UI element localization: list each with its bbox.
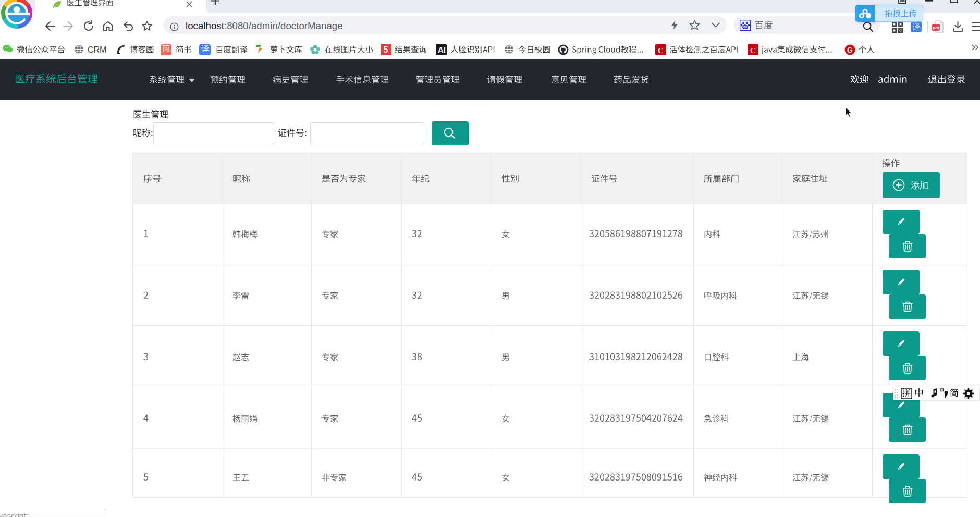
svg-text:pdf: pdf bbox=[933, 26, 939, 30]
svg-text:du: du bbox=[743, 25, 748, 29]
svg-text:C: C bbox=[750, 46, 756, 55]
svg-text:G: G bbox=[847, 46, 853, 54]
svg-text:C: C bbox=[658, 46, 664, 55]
